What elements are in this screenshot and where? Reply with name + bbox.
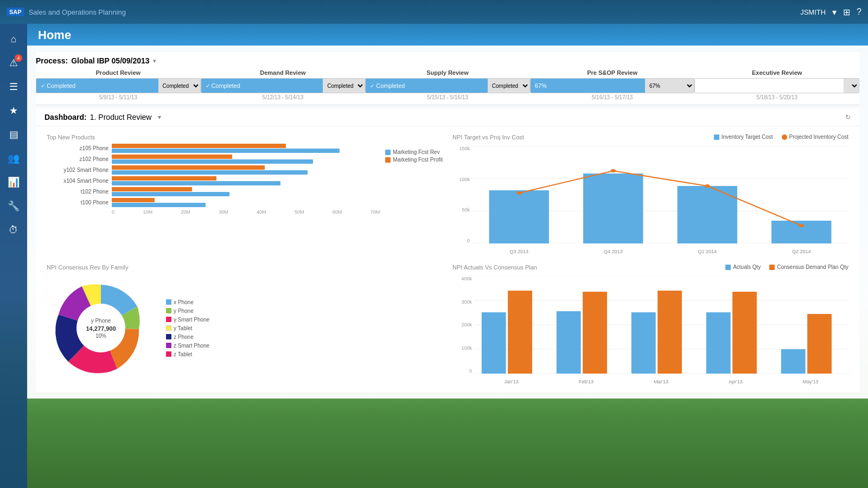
legend-label-inv-target: Inventory Target Cost: [722, 134, 773, 140]
help-icon[interactable]: ?: [857, 7, 861, 17]
npi-bars-svg: [472, 146, 848, 243]
legend-dot-xphone: [166, 299, 171, 305]
sidebar-item-settings[interactable]: 🔧: [3, 195, 24, 217]
npi-actuals-svg: [474, 276, 848, 374]
step-executive-review-label: Executive Review: [694, 69, 859, 76]
step-pre-sop-review: Pre S&OP Review 67% 67% 5/16/13 - 5/17/1…: [530, 69, 695, 100]
bar-bars-x104: [112, 176, 380, 185]
npi-consensus-section: NPI Consensus Rev By Family: [44, 262, 445, 387]
step-demand-review-control: ✓ Completed Completed: [201, 78, 366, 93]
top-new-products-legend: Marketing Fcst Rev Marketing Fcst Profit: [385, 149, 443, 215]
legend-item-actuals: Actuals Qty: [725, 264, 761, 270]
bar-blue-z102: [112, 159, 313, 164]
dashboard-name: 1. Product Review: [90, 113, 152, 121]
svg-point-11: [799, 224, 804, 227]
refresh-icon[interactable]: ↻: [845, 113, 851, 121]
legend-item-zsmartphone: z Smart Phone: [166, 343, 209, 349]
bar-bars-z102: [112, 155, 380, 164]
legend-dot-blue: [385, 150, 391, 155]
bar-orange-x104: [112, 176, 216, 181]
step-product-review-select[interactable]: Completed: [158, 79, 200, 93]
bar-blue-y102: [112, 170, 308, 175]
pie-chart-svg: y Phone 14,277,900 10%: [47, 274, 155, 382]
white-panel: Process: Global IBP 05/09/2013 ▾ Product…: [27, 46, 868, 399]
legend-item-ytablet: y Tablet: [166, 325, 209, 331]
step-pre-sop-review-status: 67%: [531, 79, 645, 93]
home-icon: ⌂: [11, 34, 17, 45]
npi-actuals-legend: Actuals Qty Consensus Demand Plan Qty: [725, 264, 848, 270]
step-product-review-control: ✓ Completed Completed: [36, 78, 201, 93]
step-executive-review-control: [694, 78, 859, 93]
main-content: Home Process: Global IBP 05/09/2013 ▾ Pr…: [27, 24, 868, 488]
sidebar-item-charts[interactable]: 📊: [3, 171, 24, 193]
sidebar-item-alerts[interactable]: ⚠ 4: [3, 52, 24, 74]
sap-logo: SAP: [7, 8, 24, 16]
dashboard-label: Dashboard:: [44, 113, 87, 121]
bar-row-z105: z105 Phone: [47, 144, 380, 153]
legend-label-xphone: x Phone: [174, 299, 194, 305]
bar-bars-t100: [112, 198, 380, 207]
pie-legend: x Phone y Phone y Smart Phone y Tab: [166, 299, 209, 357]
user-name: JSMITH: [800, 8, 826, 16]
process-dropdown-icon[interactable]: ▾: [153, 58, 156, 64]
step-product-review-date: 5/9/13 - 5/11/13: [36, 94, 201, 100]
clock-icon: ⏱: [9, 224, 18, 236]
svg-rect-4: [489, 190, 549, 243]
svg-rect-21: [482, 312, 506, 374]
legend-dot-ztablet: [166, 351, 171, 357]
home-header: Home: [27, 24, 868, 46]
step-supply-review-select[interactable]: Completed: [488, 79, 529, 93]
grid-icon[interactable]: ⊞: [843, 7, 850, 17]
step-executive-review-select[interactable]: [844, 79, 859, 93]
bar-bars-t102: [112, 187, 380, 196]
step-demand-review-date: 5/12/13 - 5/14/13: [201, 94, 366, 100]
svg-rect-29: [781, 349, 806, 374]
pie-container: y Phone 14,277,900 10% x Phone y Phone: [47, 274, 443, 382]
legend-dot-yphone: [166, 308, 171, 313]
user-dropdown-icon[interactable]: ▾: [832, 7, 837, 17]
checkmark-icon: ✓: [206, 83, 210, 89]
legend-label-proj-inv: Projected Inventory Cost: [789, 134, 849, 140]
bar-blue-t100: [112, 203, 206, 207]
legend-label-yphone: y Phone: [174, 308, 194, 314]
svg-text:14,277,900: 14,277,900: [86, 325, 116, 332]
sidebar-item-history[interactable]: ⏱: [3, 219, 24, 241]
star-icon: ★: [9, 105, 18, 117]
svg-rect-25: [631, 312, 656, 374]
npi-target-chart-wrapper: 150k100k50k0: [452, 146, 848, 254]
sidebar-item-home[interactable]: ⌂: [3, 28, 24, 50]
step-supply-review: Supply Review ✓ Completed Completed 5/15…: [365, 69, 530, 100]
sidebar-item-list[interactable]: ☰: [3, 76, 24, 98]
sidebar-item-favorites[interactable]: ★: [3, 100, 24, 121]
bar-row-t102: t102 Phone: [47, 187, 380, 196]
bar-orange-y102: [112, 165, 265, 170]
top-new-products-chart-container: z105 Phone z102 Phone: [47, 144, 443, 215]
legend-dot-ytablet: [166, 325, 171, 331]
legend-dot-zsmartphone: [166, 343, 171, 348]
bar-label-z105: z105 Phone: [47, 145, 112, 151]
step-pre-sop-review-select[interactable]: 67%: [645, 79, 694, 93]
legend-dot-actuals: [725, 265, 731, 270]
npi-chart-area: [472, 146, 848, 243]
sidebar-item-messages[interactable]: ▤: [3, 124, 24, 145]
step-pre-sop-review-control: 67% 67%: [530, 78, 695, 93]
list-icon: ☰: [9, 81, 18, 93]
process-steps: Product Review ✓ Completed Completed 5/9…: [36, 69, 859, 100]
npi-actuals-x-axis: Jan'13Feb'13Mar'13Apr'13May'13: [474, 379, 848, 384]
process-bar: Process: Global IBP 05/09/2013 ▾ Product…: [36, 52, 859, 105]
step-product-review-status: ✓ Completed: [36, 79, 158, 93]
bar-blue-t102: [112, 192, 229, 196]
bar-orange-t100: [112, 198, 155, 202]
sidebar-item-people[interactable]: 👥: [3, 147, 24, 169]
step-demand-review-select[interactable]: Completed: [323, 79, 365, 93]
step-pre-sop-review-label: Pre S&OP Review: [530, 69, 695, 76]
legend-label-ysmartphone: y Smart Phone: [174, 317, 209, 323]
step-executive-review-status: [695, 79, 844, 93]
svg-point-10: [705, 184, 710, 188]
dashboard-dropdown-icon[interactable]: ▾: [158, 113, 161, 121]
svg-rect-30: [807, 314, 832, 374]
npi-target-section: NPI Target vs Proj Inv Cost Inventory Ta…: [450, 132, 851, 256]
people-icon: 👥: [8, 152, 20, 164]
legend-dot-orange: [385, 157, 391, 163]
dashboard-header: Dashboard: 1. Product Review ▾ ↻: [36, 108, 859, 126]
